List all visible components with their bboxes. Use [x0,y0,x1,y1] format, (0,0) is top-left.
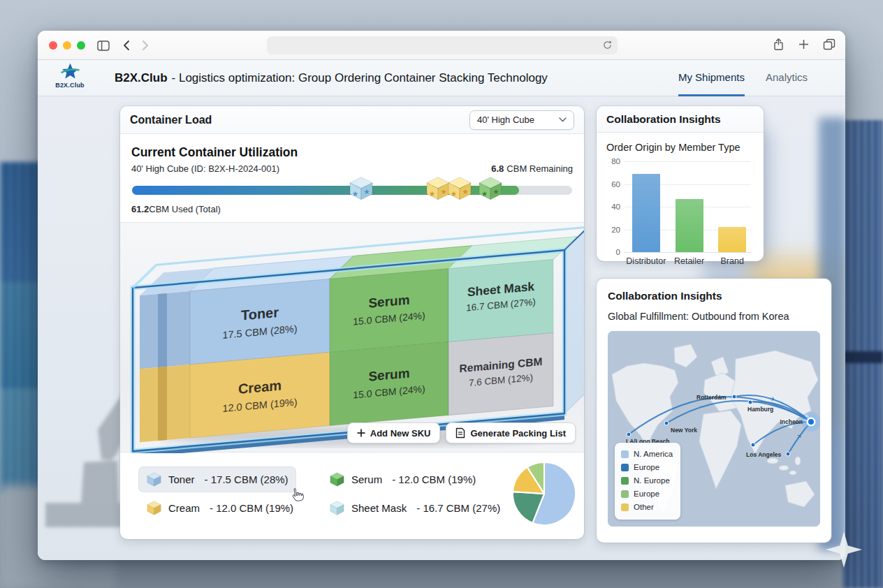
map-legend: N. AmericaEuropeN. EuropeEuropeOther [615,443,680,520]
x-label-retailer: Retailer [668,256,711,266]
page-title: B2X.Club- Logistics optimization: Group … [115,60,548,96]
legend-item-cream[interactable]: Cream- 12.0 CBM (19%) [138,495,301,521]
y-tick-label: 20 [611,226,620,234]
y-tick-label: 60 [611,180,620,189]
destination-dot [786,452,790,456]
star-logo-icon [61,62,80,80]
box-icon [329,500,345,516]
legend-swatch [621,477,629,485]
bar-chart-xlabels: DistributorRetailerBrand [625,256,754,266]
svg-text:★: ★ [451,189,457,197]
destination-dot [664,421,669,425]
background-container-stripe [842,351,883,363]
svg-text:★: ★ [481,189,488,197]
city-label: Los Angeles [746,451,781,458]
x-label-brand: Brand [710,256,754,266]
sidebar-icon[interactable] [96,38,110,52]
plus-icon [357,429,365,437]
legend-swatch [621,490,629,498]
city-label: New York [671,427,697,434]
new-tab-icon[interactable] [798,39,809,52]
legend-item-sheet-mask[interactable]: Sheet Mask- 16.7 CBM (27%) [321,495,508,521]
blue-cargo-cube-icon: ★ ★ [348,175,374,203]
gridline [625,161,751,162]
address-bar[interactable] [267,36,618,54]
destination-dot [751,443,755,447]
tab-my-shipments[interactable]: My Shipments [678,60,745,96]
svg-text:★: ★ [352,189,358,197]
container-id-subtitle: 40' High Cube (ID: B2X-H-2024-001) [131,163,279,174]
map-legend-item: N. Europe [621,474,673,487]
main-nav: My Shipments Analytics [678,60,808,96]
box-icon [329,471,345,487]
city-label: Rotterdam [696,394,727,401]
legend-item-toner[interactable]: Toner- 17.5 CBM (28%) [138,466,296,492]
sku-legend: Toner- 17.5 CBM (28%) Serum- 12.0 CBM (1… [131,453,573,528]
destination-dot [748,400,752,404]
bar-distributor [632,174,660,252]
global-fulfillment-panel: Collaboration Insights Global Fulfillmen… [597,279,831,543]
collaboration-insights-panel: Collaboration Insights Order Origin by M… [597,106,764,261]
browser-window: B2X.Club B2X.Club- Logistics optimizatio… [38,31,845,560]
svg-text:★: ★ [493,187,499,195]
map-panel-subtitle: Global Fulfillment: Outbound from Korea [608,311,820,322]
back-button-icon[interactable] [119,38,133,52]
block-cream [190,353,330,438]
y-tick-label: 80 [611,157,620,166]
box-icon [146,471,162,487]
map-legend-item: Europe [621,487,673,501]
block-serum-bottom [330,342,448,426]
window-controls [49,41,85,50]
share-icon[interactable] [773,38,785,54]
tab-overview-icon[interactable] [823,38,835,53]
site-header: B2X.Club B2X.Club- Logistics optimizatio… [38,60,845,96]
add-new-sku-button[interactable]: Add New SKU [347,422,441,443]
destination-dot [732,395,736,399]
reload-icon[interactable] [602,39,613,54]
x-label-distributor: Distributor [625,256,668,266]
document-icon [455,427,465,439]
bar-chart-plot [625,161,754,252]
chevron-down-icon [559,117,567,122]
page-content: Container Load 40' High Cube Current Con… [38,96,845,560]
legend-item-serum[interactable]: Serum- 12.0 CBM (19%) [321,466,483,492]
cbm-used: 61.2CBM Used (Total) [131,204,573,214]
bar-retailer [676,199,703,252]
map-legend-item: Europe [621,461,673,474]
block-serum-top [330,269,448,353]
browser-toolbar [38,31,845,60]
close-button[interactable] [49,41,57,50]
map-panel-title: Collaboration Insights [608,290,820,302]
svg-text:★: ★ [363,187,370,195]
order-origin-bar-chart: 020406080 [606,161,754,252]
yellow-cargo-cube-icon: ★ ★ [446,175,473,203]
svg-text:★: ★ [440,187,446,195]
cbm-remaining: 6.8CBM Remaining [491,163,573,174]
y-tick-label: 0 [616,248,620,256]
svg-text:★: ★ [429,189,435,197]
panel-title: Container Load [130,114,212,126]
container-3d-illustration: Toner 17.5 CBM (28%) Serum 15.0 CBM (24%… [120,222,584,453]
generate-packing-list-button[interactable]: Generate Packing List [446,422,576,443]
origin-dot-korea [808,419,814,425]
bar-chart-title: Order Origin by Member Type [606,142,754,153]
b2x-logo: B2X.Club [50,62,89,89]
forward-button-icon[interactable] [138,38,152,52]
green-cargo-cube-icon: ★ ★ [477,175,504,203]
logo-text: B2X.Club [50,82,89,89]
legend-swatch [621,464,629,471]
destination-dot [627,432,631,436]
gridline [625,252,751,253]
world-map: LA/Long Beach✈New YorkRotterdam✈HamburgL… [608,331,820,527]
city-label: Hamburg [747,406,773,413]
bar-brand [718,227,746,252]
tab-analytics[interactable]: Analytics [766,60,808,96]
bar-chart-yaxis: 020406080 [606,161,625,252]
zoom-button[interactable] [77,41,85,50]
svg-text:★: ★ [462,187,469,195]
map-legend-item: Other [621,501,673,514]
legend-swatch [621,450,629,458]
minimize-button[interactable] [63,41,71,50]
container-load-panel: Container Load 40' High Cube Current Con… [120,106,584,539]
container-type-select[interactable]: 40' High Cube [469,110,574,130]
